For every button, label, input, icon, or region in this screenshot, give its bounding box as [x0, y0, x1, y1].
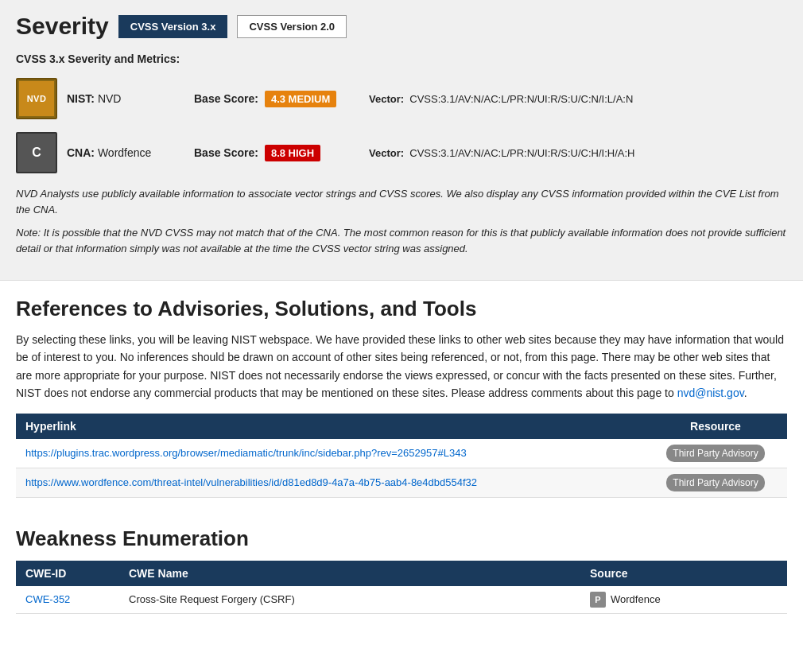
cwe-id-link[interactable]: CWE-352 — [25, 593, 70, 605]
cvss-subtitle: CVSS 3.x Severity and Metrics: — [16, 52, 787, 65]
table-row: https://plugins.trac.wordpress.org/brows… — [16, 439, 787, 468]
cwe-name-cell: Cross-Site Request Forgery (CSRF) — [119, 586, 580, 614]
col-cwe-name: CWE Name — [119, 561, 580, 586]
cna-logo: C — [16, 132, 57, 173]
cvss-notes: NVD Analysts use publicly available info… — [16, 186, 787, 256]
references-section: References to Advisories, Solutions, and… — [0, 281, 803, 514]
ref-link-2[interactable]: https://www.wordfence.com/threat-intel/v… — [25, 476, 477, 488]
source-name: Wordfence — [611, 593, 661, 605]
col-resource: Resource — [644, 414, 787, 439]
cwe-id-cell: CWE-352 — [16, 586, 119, 614]
resource-cell-2: Third Party Advisory — [644, 468, 787, 497]
source-cell: P Wordfence — [590, 592, 778, 608]
resource-badge-1: Third Party Advisory — [666, 445, 764, 462]
resource-cell-1: Third Party Advisory — [644, 439, 787, 468]
wordfence-icon: P — [590, 592, 606, 608]
col-source: Source — [580, 561, 787, 586]
references-title: References to Advisories, Solutions, and… — [16, 297, 787, 321]
references-description: By selecting these links, you will be le… — [16, 331, 787, 402]
severity-header: Severity CVSS Version 3.x CVSS Version 2… — [16, 13, 787, 40]
col-cwe-id: CWE-ID — [16, 561, 119, 586]
col-hyperlink: Hyperlink — [16, 414, 644, 439]
nvd-logo-inner: NVD — [19, 81, 54, 116]
base-score-block-nvd: Base Score: 4.3 MEDIUM — [194, 91, 369, 107]
vector-label-nvd: Vector: — [369, 93, 404, 105]
base-score-label-cna: Base Score: — [194, 146, 258, 159]
vector-label-cna: Vector: — [369, 147, 404, 159]
cvss-source-label-nvd: NIST: — [67, 92, 95, 105]
ref-link-1[interactable]: https://plugins.trac.wordpress.org/brows… — [25, 447, 467, 459]
severity-section: Severity CVSS Version 3.x CVSS Version 2… — [0, 0, 803, 281]
base-score-block-cna: Base Score: 8.8 HIGH — [194, 145, 369, 161]
cvss-row-cna: C CNA: Wordfence Base Score: 8.8 HIGH Ve… — [16, 132, 787, 173]
base-score-label-nvd: Base Score: — [194, 92, 258, 105]
nvd-email-link[interactable]: nvd@nist.gov — [677, 386, 744, 399]
nvd-logo: NVD — [16, 78, 57, 119]
ref-link-cell-2: https://www.wordfence.com/threat-intel/v… — [16, 468, 644, 497]
weakness-table: CWE-ID CWE Name Source CWE-352 Cross-Sit… — [16, 561, 787, 614]
severity-title: Severity — [16, 13, 109, 40]
cvss-source-nvd: NIST: NVD — [67, 92, 194, 105]
cvss-v2-button[interactable]: CVSS Version 2.0 — [237, 15, 347, 38]
cvss-note2: Note: It is possible that the NVD CVSS m… — [16, 225, 787, 256]
vector-block-cna: Vector: CVSS:3.1/AV:N/AC:L/PR:N/UI:R/S:U… — [369, 147, 634, 159]
score-badge-cna: 8.8 HIGH — [265, 145, 320, 161]
cvss-source-label-cna: CNA: — [67, 146, 95, 159]
weakness-title: Weakness Enumeration — [16, 526, 787, 551]
refs-table-header: Hyperlink Resource — [16, 414, 787, 439]
table-row: https://www.wordfence.com/threat-intel/v… — [16, 468, 787, 497]
weakness-table-header: CWE-ID CWE Name Source — [16, 561, 787, 586]
vector-block-nvd: Vector: CVSS:3.1/AV:N/AC:L/PR:N/UI:R/S:U… — [369, 93, 633, 105]
score-badge-nvd: 4.3 MEDIUM — [265, 91, 336, 107]
references-table: Hyperlink Resource https://plugins.trac.… — [16, 414, 787, 498]
cwe-source-cell: P Wordfence — [580, 586, 787, 614]
cvss-row-nvd: NVD NIST: NVD Base Score: 4.3 MEDIUM Vec… — [16, 78, 787, 119]
ref-link-cell-1: https://plugins.trac.wordpress.org/brows… — [16, 439, 644, 468]
cvss-source-cna: CNA: Wordfence — [67, 146, 194, 159]
resource-badge-2: Third Party Advisory — [666, 474, 764, 491]
cvss-v3-button[interactable]: CVSS Version 3.x — [118, 15, 228, 38]
table-row: CWE-352 Cross-Site Request Forgery (CSRF… — [16, 586, 787, 614]
weakness-section: Weakness Enumeration CWE-ID CWE Name Sou… — [0, 514, 803, 627]
cvss-note1: NVD Analysts use publicly available info… — [16, 186, 787, 217]
